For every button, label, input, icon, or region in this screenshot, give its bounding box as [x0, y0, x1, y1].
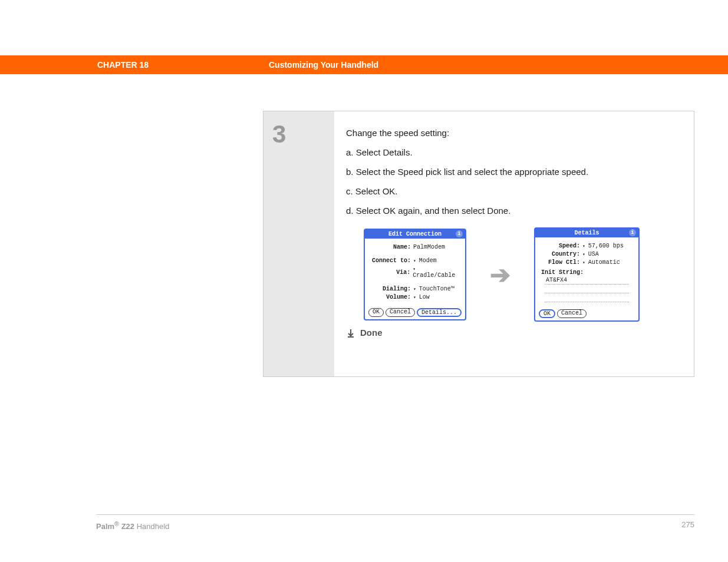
country-label: Country:	[540, 251, 580, 257]
chapter-header: CHAPTER 18 Customizing Your Handheld	[0, 55, 728, 74]
edit-connection-title-bar: Edit Connection i	[365, 230, 465, 239]
speed-label: Speed:	[540, 243, 580, 249]
substep-d: d. Select OK again, and then select Done…	[346, 206, 682, 216]
arrow-right-icon: ➔	[490, 260, 510, 289]
name-value: PalmModem	[413, 244, 445, 250]
done-label: Done	[360, 328, 383, 338]
flowctl-label: Flow Ctl:	[540, 259, 580, 266]
cancel-button[interactable]: Cancel	[557, 309, 587, 318]
init-string-line-3[interactable]	[545, 295, 629, 302]
step-number: 3	[272, 120, 334, 148]
arrow-down-icon	[346, 328, 355, 338]
footer-divider	[96, 514, 694, 515]
flowctl-picklist[interactable]: Automatic	[582, 259, 620, 266]
ok-button[interactable]: OK	[539, 309, 555, 318]
info-icon[interactable]: i	[456, 230, 463, 237]
substep-list: a. Select Details. b. Select the Speed p…	[346, 147, 682, 216]
step-container: 3 Change the speed setting: a. Select De…	[263, 111, 694, 377]
step-number-sidebar: 3	[263, 111, 334, 376]
footer-product: Palm® Z22 Handheld	[96, 520, 169, 531]
chapter-number: CHAPTER 18	[97, 60, 149, 70]
init-string-line-2[interactable]	[545, 286, 629, 293]
init-string-label: Init String:	[541, 269, 634, 276]
name-label: Name:	[370, 244, 411, 250]
chapter-title: Customizing Your Handheld	[269, 60, 378, 70]
cancel-button[interactable]: Cancel	[386, 308, 415, 317]
substep-b: b. Select the Speed pick list and select…	[346, 167, 682, 177]
details-title: Details	[574, 230, 599, 236]
dialing-picklist[interactable]: TouchTone™	[413, 286, 454, 292]
details-title-bar: Details i	[535, 229, 638, 237]
info-icon[interactable]: i	[629, 229, 636, 236]
via-label: Via:	[370, 269, 410, 276]
country-picklist[interactable]: USA	[582, 251, 599, 257]
details-dialog: Details i Speed:57,600 bps Country:USA F…	[534, 227, 640, 322]
volume-label: Volume:	[370, 294, 411, 300]
connect-picklist[interactable]: Modem	[413, 257, 437, 264]
screenshot-row: Edit Connection i Name:PalmModem Connect…	[364, 227, 682, 322]
via-picklist[interactable]: Cradle/Cable	[413, 266, 460, 279]
page-number: 275	[681, 520, 694, 529]
ok-button[interactable]: OK	[368, 308, 384, 317]
details-button[interactable]: Details...	[417, 308, 462, 317]
substep-c: c. Select OK.	[346, 186, 682, 196]
substep-a: a. Select Details.	[346, 147, 682, 157]
step-intro: Change the speed setting:	[346, 128, 682, 138]
edit-connection-dialog: Edit Connection i Name:PalmModem Connect…	[364, 229, 466, 320]
done-indicator: Done	[346, 328, 682, 338]
connect-label: Connect to:	[370, 257, 411, 264]
step-content: Change the speed setting: a. Select Deta…	[334, 111, 694, 376]
edit-connection-title: Edit Connection	[388, 231, 442, 237]
dialing-label: Dialing:	[370, 286, 411, 292]
init-string-line-1[interactable]: AT&FX4	[545, 277, 629, 285]
volume-picklist[interactable]: Low	[413, 294, 430, 300]
speed-picklist[interactable]: 57,600 bps	[582, 243, 624, 249]
